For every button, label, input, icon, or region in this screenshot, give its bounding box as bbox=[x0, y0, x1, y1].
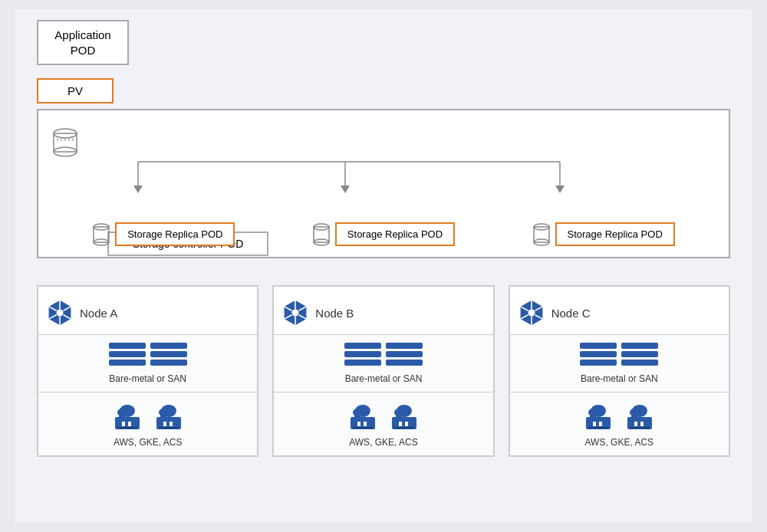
node-c: Node C bbox=[509, 285, 730, 457]
node-a-inner: Bare-metal or SAN bbox=[38, 334, 257, 455]
svg-marker-14 bbox=[555, 186, 565, 193]
svg-point-25 bbox=[57, 310, 64, 317]
svg-rect-36 bbox=[122, 422, 125, 426]
svg-rect-38 bbox=[117, 427, 137, 429]
arrows-svg bbox=[38, 150, 729, 208]
svg-rect-82 bbox=[588, 427, 608, 429]
node-b-inner: Bare-metal or SAN bbox=[274, 334, 492, 455]
pv-box: PV bbox=[37, 78, 114, 103]
replica-pod-1: Storage Replica POD bbox=[92, 222, 235, 246]
disk-rect bbox=[150, 343, 187, 349]
node-c-header: Node C bbox=[510, 294, 729, 334]
node-c-bare-metal: Bare-metal or SAN bbox=[510, 335, 729, 392]
disk-rect bbox=[580, 343, 617, 349]
replica-label-2: Storage Replica POD bbox=[347, 228, 443, 240]
disk-rect bbox=[580, 351, 617, 357]
cloud-factory-icon-a2 bbox=[153, 400, 185, 432]
svg-rect-43 bbox=[163, 422, 166, 426]
node-b-label: Node B bbox=[315, 307, 354, 320]
disk-rect bbox=[109, 360, 146, 366]
svg-rect-58 bbox=[357, 422, 360, 426]
svg-rect-81 bbox=[599, 422, 602, 426]
svg-rect-44 bbox=[170, 422, 173, 426]
cas-box: Storage controller POD bbox=[37, 109, 730, 258]
disk-rect bbox=[621, 343, 658, 349]
disk-rect bbox=[621, 351, 658, 357]
replica-label-1: Storage Replica POD bbox=[127, 228, 222, 240]
replica-pod-3: Storage Replica POD bbox=[532, 222, 675, 246]
disk-group-6 bbox=[621, 343, 658, 366]
node-b-cloud: AWS, GKE, ACS bbox=[274, 392, 492, 455]
svg-rect-65 bbox=[399, 422, 402, 426]
svg-rect-45 bbox=[159, 427, 179, 429]
replica-pod-box-3: Storage Replica POD bbox=[555, 222, 675, 246]
node-c-cloud-label: AWS, GKE, ACS bbox=[585, 437, 654, 448]
node-a-bare-metal-label: Bare-metal or SAN bbox=[109, 373, 186, 384]
disk-rect bbox=[344, 343, 381, 349]
app-pod-label: Application POD bbox=[54, 28, 110, 57]
node-c-disk-icons bbox=[580, 343, 658, 366]
disk-rect bbox=[109, 343, 146, 349]
node-b-disk-icons bbox=[344, 343, 423, 366]
disk-rect bbox=[621, 360, 658, 366]
svg-point-35 bbox=[117, 409, 127, 416]
svg-marker-10 bbox=[133, 186, 143, 193]
node-c-label: Node C bbox=[551, 307, 591, 320]
application-pod: Application POD bbox=[37, 20, 129, 65]
svg-point-64 bbox=[394, 409, 403, 416]
disk-rect bbox=[386, 360, 423, 366]
pv-label: PV bbox=[67, 84, 83, 97]
svg-point-57 bbox=[353, 409, 362, 416]
disk-rect bbox=[109, 351, 146, 357]
svg-point-69 bbox=[528, 310, 535, 317]
svg-rect-80 bbox=[593, 422, 596, 426]
disk-group-2 bbox=[150, 343, 187, 366]
node-a-bare-metal: Bare-metal or SAN bbox=[38, 335, 257, 392]
disk-rect bbox=[386, 343, 423, 349]
node-a-cloud-label: AWS, GKE, ACS bbox=[114, 437, 183, 448]
node-a: Node A bbox=[37, 285, 258, 457]
node-c-inner: Bare-metal or SAN bbox=[510, 334, 729, 455]
cloud-factory-icon-a1 bbox=[111, 400, 143, 432]
svg-rect-67 bbox=[394, 427, 414, 429]
cloud-factory-icon-c1 bbox=[582, 400, 614, 432]
main-diagram: Application POD PV CAS Storage controlle… bbox=[15, 9, 752, 523]
nodes-section: Node A bbox=[37, 285, 730, 457]
cloud-factory-icon-c2 bbox=[624, 400, 656, 432]
node-a-disk-icons bbox=[109, 343, 187, 366]
node-b-cloud-icons bbox=[347, 400, 420, 432]
node-c-cloud-icons bbox=[582, 400, 656, 432]
disk-rect bbox=[344, 351, 381, 357]
svg-point-47 bbox=[292, 310, 299, 317]
disk-rect bbox=[580, 360, 617, 366]
svg-point-86 bbox=[630, 409, 639, 416]
svg-rect-59 bbox=[364, 422, 367, 426]
disk-rect bbox=[386, 351, 423, 357]
disk-group-4 bbox=[386, 343, 423, 366]
svg-rect-88 bbox=[640, 422, 644, 426]
svg-point-79 bbox=[588, 409, 597, 416]
node-a-header: Node A bbox=[38, 294, 257, 334]
disk-rect bbox=[150, 360, 187, 366]
cloud-factory-icon-b2 bbox=[388, 400, 420, 432]
k8s-icon-b bbox=[281, 299, 309, 327]
svg-rect-87 bbox=[634, 422, 637, 426]
svg-point-42 bbox=[159, 409, 168, 416]
disk-rect bbox=[344, 360, 381, 366]
node-a-cloud-icons bbox=[111, 400, 185, 432]
disk-group-5 bbox=[580, 343, 617, 366]
svg-marker-12 bbox=[341, 186, 350, 193]
node-c-bare-metal-label: Bare-metal or SAN bbox=[581, 373, 658, 384]
node-a-cloud: AWS, GKE, ACS bbox=[38, 392, 257, 455]
node-b: Node B bbox=[272, 285, 494, 457]
k8s-icon-a bbox=[46, 299, 74, 327]
k8s-icon-c bbox=[518, 299, 545, 327]
svg-rect-89 bbox=[630, 427, 650, 429]
node-b-cloud-label: AWS, GKE, ACS bbox=[349, 437, 418, 448]
svg-rect-60 bbox=[353, 427, 373, 429]
node-a-label: Node A bbox=[80, 307, 117, 320]
disk-rect bbox=[150, 351, 187, 357]
svg-rect-37 bbox=[128, 422, 131, 426]
disk-group-1 bbox=[109, 343, 146, 366]
node-b-bare-metal: Bare-metal or SAN bbox=[274, 335, 492, 392]
